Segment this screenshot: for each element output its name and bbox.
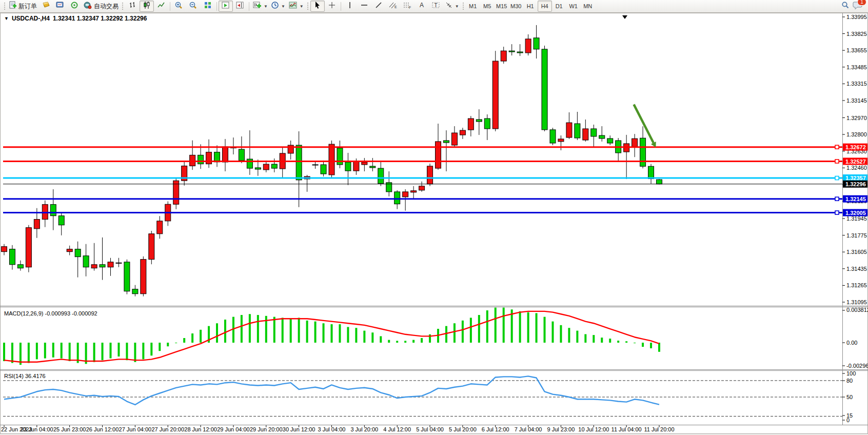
tile-windows-button[interactable] [201, 1, 215, 12]
line-handle[interactable] [835, 211, 839, 214]
trendline-button[interactable] [371, 1, 386, 12]
candle [17, 265, 23, 268]
signals-button[interactable] [67, 1, 82, 12]
candle [468, 118, 474, 130]
line-handle[interactable] [835, 160, 839, 163]
timeframe-h1[interactable]: H1 [523, 1, 538, 12]
candle [321, 165, 326, 174]
chevron-down-icon: ▼ [455, 4, 459, 9]
text-label-button[interactable]: T [429, 1, 443, 12]
chat-button[interactable]: 1 [853, 1, 863, 12]
time-tick-label: 3 Jul 20:00 [350, 426, 378, 432]
price-tick-label: 1.32970 [846, 115, 867, 121]
crosshair-button[interactable] [325, 1, 339, 12]
macd-histogram-bar [102, 343, 104, 360]
chart-line-button[interactable] [154, 1, 168, 12]
arrows-button[interactable]: ▼ [443, 1, 461, 12]
cursor-icon [314, 1, 321, 11]
timeframe-d1[interactable]: D1 [552, 1, 566, 12]
timeframe-mn[interactable]: MN [581, 1, 595, 12]
svg-text:A: A [420, 2, 424, 9]
macd-histogram-bar [355, 328, 357, 343]
zoom-in-button[interactable] [172, 1, 186, 12]
candle [394, 192, 400, 204]
template-chart-icon [288, 1, 298, 11]
candle [657, 180, 662, 184]
candle [239, 149, 244, 161]
candle [83, 256, 89, 267]
timeframe-w1[interactable]: W1 [566, 1, 581, 12]
candle [247, 159, 252, 168]
terminal-button[interactable] [53, 1, 67, 12]
macd-histogram-bar [478, 315, 480, 343]
rsi-axis-label: 50 [846, 394, 853, 400]
timeframe-m30[interactable]: M30 [509, 1, 523, 12]
horizontal-line-button[interactable] [357, 1, 371, 12]
timeframe-h4[interactable]: H4 [538, 1, 552, 12]
chart-shift-icon [235, 1, 245, 11]
candle [50, 205, 56, 216]
cursor-button[interactable] [310, 1, 325, 12]
chart-shift-button[interactable] [233, 1, 247, 12]
macd-histogram-bar [28, 343, 30, 363]
toolbar-grip [462, 2, 464, 10]
search-button[interactable] [838, 1, 853, 12]
candle [484, 118, 490, 129]
macd-axis-label: 0.003812 [846, 307, 868, 313]
candle [403, 192, 408, 197]
svg-text:F: F [409, 6, 411, 9]
candle [525, 39, 531, 53]
price-tick-label: 1.31095 [846, 299, 867, 305]
new-order-button[interactable]: 新订单 [7, 1, 38, 12]
chart-bars-button[interactable] [125, 1, 140, 12]
candle [26, 228, 31, 267]
line-handle[interactable] [835, 176, 839, 180]
candle [542, 49, 547, 130]
macd-histogram-bar [273, 317, 275, 343]
candle [550, 130, 556, 143]
timeframe-m1[interactable]: M1 [466, 1, 480, 12]
macd-histogram-bar [560, 325, 562, 343]
candle [58, 216, 64, 225]
zoom-in-icon [174, 1, 184, 11]
autotrading-button[interactable]: 自动交易 [82, 1, 120, 12]
autoscroll-button[interactable] [219, 1, 233, 12]
macd-histogram-bar [519, 311, 521, 343]
macd-histogram-bar [339, 324, 341, 343]
time-tick-label: 4 Jul 12:00 [383, 426, 411, 432]
macd-histogram-bar [470, 318, 472, 343]
macd-histogram-bar [200, 330, 202, 343]
time-tick-label: 7 Jul 04:00 [515, 426, 542, 432]
candle [566, 123, 572, 137]
timeframe-m5[interactable]: M5 [480, 1, 495, 12]
toolbar-separator [249, 2, 249, 11]
new-chart-button[interactable]: ▼ [251, 1, 269, 12]
fibonacci-button[interactable]: F [400, 1, 415, 12]
macd-histogram-bar [175, 343, 177, 343]
macd-histogram-bar [314, 322, 317, 343]
gold-ingot-icon [41, 1, 50, 11]
price-tick-label: 1.31605 [846, 249, 867, 255]
candle [108, 262, 113, 267]
chart-candles-button[interactable] [140, 1, 154, 12]
time-tick-label: 23 Jun 04:00 [21, 426, 53, 432]
vertical-line-button[interactable] [343, 1, 357, 12]
line-handle[interactable] [835, 197, 839, 201]
candle [353, 161, 359, 171]
chart-canvas[interactable]: 1.339951.338251.336551.334851.333151.331… [0, 13, 868, 435]
channel-button[interactable]: E [386, 1, 400, 12]
price-tick-label: 1.31945 [846, 215, 867, 222]
line-handle[interactable] [835, 145, 839, 149]
rsi-axis-label: 0 [846, 417, 850, 423]
period-button[interactable]: ▼ [269, 1, 287, 12]
new-chart-icon [252, 1, 262, 11]
templates-button[interactable]: ▼ [287, 1, 305, 12]
chart-window[interactable]: 1.339951.338251.336551.334851.333151.331… [0, 13, 868, 435]
text-button[interactable]: A [415, 1, 429, 12]
zoom-out-button[interactable] [186, 1, 201, 12]
trendline-icon [374, 1, 383, 11]
macd-histogram-bar [69, 343, 71, 361]
macd-histogram-bar [159, 343, 161, 351]
timeframe-m15[interactable]: M15 [495, 1, 509, 12]
market-watch-button[interactable] [38, 1, 53, 12]
